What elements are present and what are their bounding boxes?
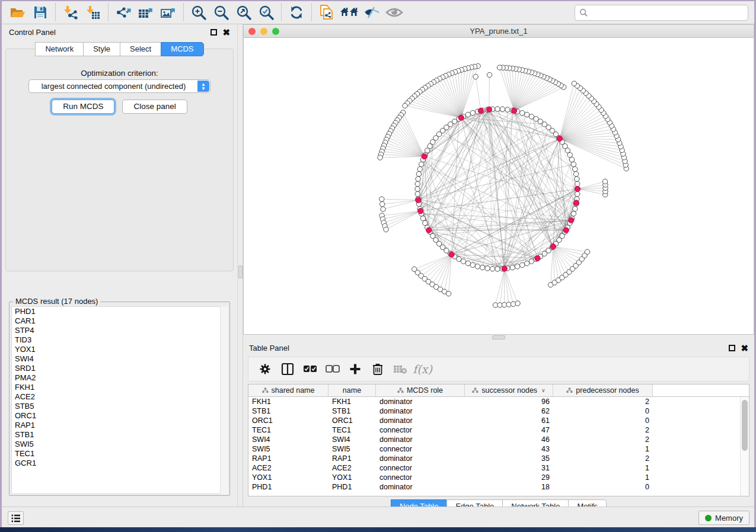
- zoom-in-button[interactable]: [187, 3, 210, 22]
- mcds-result-item[interactable]: STP4: [12, 326, 228, 335]
- mcds-result-item[interactable]: YOX1: [12, 345, 228, 354]
- zoom-fit-button[interactable]: [232, 3, 255, 22]
- mcds-result-item[interactable]: PHD1: [12, 307, 228, 316]
- mcds-result-item[interactable]: CAR1: [12, 316, 228, 326]
- mcds-result-item[interactable]: TID3: [12, 335, 228, 345]
- table-row[interactable]: FKH1 FKH1 dominator 96 2: [248, 397, 740, 406]
- column-header[interactable]: successor nodes ∨: [465, 384, 553, 396]
- column-header[interactable]: name ∨: [328, 384, 376, 396]
- criterion-select[interactable]: largest connected component (undirected)…: [28, 79, 210, 93]
- control-panel-tab[interactable]: Select: [120, 42, 161, 56]
- search-input[interactable]: [588, 5, 748, 20]
- hide-selected-button[interactable]: [361, 3, 383, 22]
- new-network-from-selection-button[interactable]: [315, 3, 338, 22]
- cell-successor-nodes: 31: [465, 464, 553, 472]
- run-mcds-button[interactable]: Run MCDS: [52, 100, 114, 114]
- network-titlebar[interactable]: YPA_prune.txt_1: [244, 25, 754, 38]
- zoom-out-button[interactable]: [210, 3, 232, 22]
- splitter-grip[interactable]: [492, 335, 505, 339]
- table-row[interactable]: ORC1 ORC1 dominator 61 0: [248, 416, 740, 425]
- toolbar-separator: [281, 4, 282, 21]
- table-settings-button[interactable]: [256, 360, 274, 379]
- zoom-selected-button[interactable]: [255, 3, 277, 22]
- mcds-result-item[interactable]: SRD1: [12, 364, 228, 373]
- table-panel: Table Panel ✖: [243, 340, 754, 507]
- table-row[interactable]: SWI5 SWI5 connector 43 1: [248, 444, 740, 454]
- zoom-out-icon: [213, 5, 229, 20]
- mcds-result-item[interactable]: RAP1: [12, 421, 228, 430]
- table-scrollbar[interactable]: [740, 397, 749, 496]
- show-all-button[interactable]: [383, 3, 406, 22]
- mcds-result-item[interactable]: SWI4: [12, 354, 228, 364]
- float-panel-icon[interactable]: [729, 345, 735, 351]
- search-box[interactable]: [575, 5, 748, 21]
- select-stepper-icon: ▲▼: [197, 81, 209, 92]
- delete-column-button[interactable]: [368, 360, 387, 379]
- export-image-button[interactable]: [157, 3, 180, 22]
- mcds-result-list[interactable]: PHD1 CAR1 STP4 TID3 YOX1 SWI4 SRD1 PMA2: [11, 306, 228, 494]
- mcds-result-item[interactable]: STB5: [12, 402, 228, 411]
- table-row[interactable]: ACE2 ACE2 connector 31 1: [248, 463, 740, 473]
- close-panel-icon[interactable]: ✖: [222, 29, 230, 36]
- app-window: Control Panel ✖ Network Style Select MCD…: [0, 0, 756, 532]
- gear-icon: [259, 363, 271, 375]
- close-panel-button[interactable]: Close panel: [122, 100, 187, 114]
- add-column-button[interactable]: [346, 360, 364, 379]
- import-network-button[interactable]: [59, 3, 82, 22]
- cell-shared-name: YOX1: [248, 473, 328, 482]
- column-header[interactable]: MCDS role ∨: [376, 384, 465, 396]
- mcds-result-item[interactable]: PMA2: [12, 373, 228, 383]
- vertical-splitter[interactable]: [237, 24, 243, 507]
- mcds-result-item[interactable]: GCR1: [12, 459, 228, 468]
- save-session-button[interactable]: [29, 3, 52, 22]
- export-image-icon: [160, 5, 177, 20]
- control-panel-tab[interactable]: Network: [35, 42, 83, 56]
- table-row[interactable]: RAP1 RAP1 dominator 35 2: [248, 454, 740, 463]
- import-table-button[interactable]: [82, 3, 104, 22]
- table-body: FKH1 FKH1 dominator 96 2 STB1 STB1 domin…: [248, 397, 740, 496]
- right-column: YPA_prune.txt_1 Table Panel ✖: [243, 24, 754, 507]
- scrollbar-thumb[interactable]: [742, 400, 748, 451]
- mcds-result-item[interactable]: FKH1: [12, 383, 228, 392]
- column-view-button[interactable]: [278, 360, 296, 379]
- column-header[interactable]: shared name ∨: [248, 384, 328, 396]
- eye-icon: [385, 6, 403, 19]
- table-row[interactable]: TEC1 TEC1 connector 47 2: [248, 425, 740, 435]
- export-table-button[interactable]: [135, 3, 157, 22]
- control-panel-tabs: Network Style Select MCDS: [2, 42, 237, 56]
- network-canvas[interactable]: [244, 38, 754, 334]
- table-row[interactable]: YOX1 YOX1 connector 29 1: [248, 473, 740, 482]
- float-panel-icon[interactable]: [210, 29, 217, 36]
- table-row[interactable]: STB1 STB1 dominator 62 0: [248, 406, 740, 416]
- task-history-button[interactable]: [8, 511, 24, 525]
- control-panel-tab[interactable]: Style: [83, 42, 120, 56]
- mcds-list-scrollbar[interactable]: [220, 306, 228, 494]
- mcds-result-item[interactable]: TEC1: [12, 449, 228, 459]
- save-icon: [33, 5, 47, 20]
- mcds-result-item[interactable]: ORC1: [12, 411, 228, 421]
- cell-successor-nodes: 61: [465, 416, 553, 425]
- memory-button[interactable]: Memory: [698, 511, 749, 525]
- export-network-button[interactable]: [112, 3, 135, 22]
- splitter-grip[interactable]: [238, 265, 243, 278]
- control-panel-tab[interactable]: MCDS: [161, 42, 203, 56]
- cell-name: FKH1: [328, 398, 376, 406]
- select-all-button[interactable]: [301, 360, 319, 379]
- mcds-result-item[interactable]: STB1: [12, 430, 228, 440]
- cell-mcds-role: connector: [376, 464, 465, 472]
- table-row[interactable]: SWI4 SWI4 dominator 46 2: [248, 435, 740, 444]
- deselect-all-button[interactable]: [323, 360, 342, 379]
- refresh-layout-button[interactable]: [285, 3, 308, 22]
- cell-successor-nodes: 43: [465, 445, 553, 453]
- first-neighbors-button[interactable]: [338, 3, 361, 22]
- mcds-result-item[interactable]: SWI5: [12, 440, 228, 449]
- mcds-result-item[interactable]: ACE2: [12, 392, 228, 402]
- table-row[interactable]: PHD1 PHD1 dominator 18 0: [248, 482, 740, 492]
- horizontal-splitter[interactable]: [243, 335, 754, 340]
- cell-mcds-role: dominator: [376, 407, 465, 415]
- close-panel-icon[interactable]: ✖: [741, 345, 748, 351]
- cell-predecessor-nodes: 2: [553, 426, 653, 434]
- network-graph[interactable]: [244, 38, 754, 334]
- column-header[interactable]: predecessor nodes ∨: [553, 384, 653, 396]
- open-file-button[interactable]: [7, 3, 29, 22]
